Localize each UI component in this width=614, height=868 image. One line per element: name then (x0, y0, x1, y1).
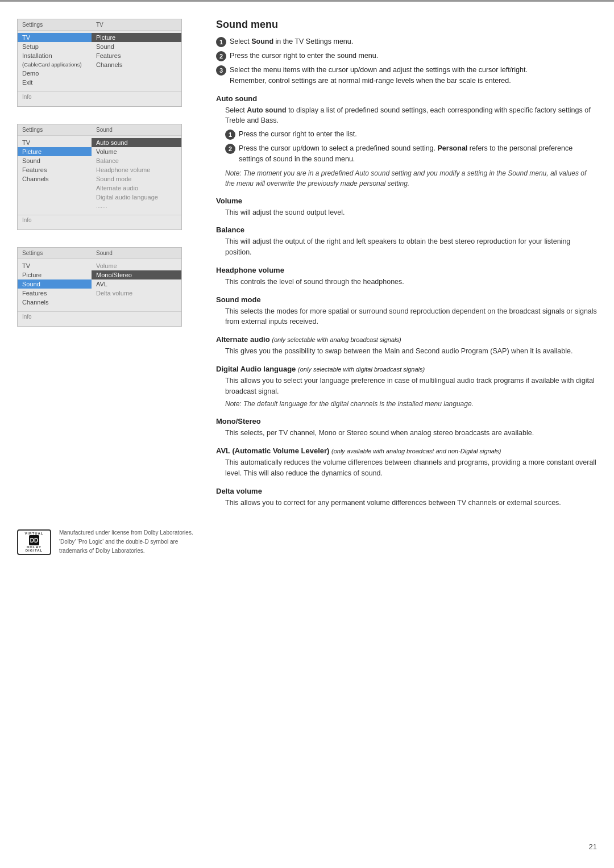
step-1: 1 Select Sound in the TV Settings menu. (216, 36, 597, 47)
right-menu-picture[interactable]: Picture (92, 33, 181, 42)
deltavolume-section: Delta volume This allows you to correct … (216, 487, 597, 508)
auto-sound-title: Auto sound (216, 94, 597, 103)
step-1-bold: Sound (251, 37, 273, 45)
tv-ui-box2-rows: TV Picture Sound Features Channels Auto … (18, 136, 181, 212)
box2-right-soundmode[interactable]: Sound mode (92, 174, 181, 183)
avl-qualifier: (only available with analog broadcast an… (331, 448, 501, 454)
box3-right-monostereo[interactable]: Mono/Stereo (92, 270, 181, 279)
box1-info: Info (18, 91, 181, 102)
altaudio-body: This gives you the possibility to swap b… (216, 346, 597, 357)
box2-right-altaudio[interactable]: Alternate audio (92, 183, 181, 193)
auto-step-2-text: Press the cursor up/down to select a pre… (239, 143, 597, 165)
box3-menu-features[interactable]: Features (18, 289, 92, 298)
auto-sound-body: Select Auto sound to display a list of p… (216, 105, 597, 127)
step-3-text: Select the menu items with the cursor up… (230, 65, 597, 86)
balance-section: Balance This will adjust the output of t… (216, 226, 597, 258)
digitalaudio-body: This allows you to select your language … (216, 375, 597, 397)
tv-ui-box2-header: Settings Sound (18, 124, 181, 136)
footer-line-2: 'Dolby' 'Pro Logic' and the double-D sym… (59, 537, 193, 546)
tv-ui-box-3: Settings Sound TV Picture Sound Features… (17, 247, 182, 327)
auto-step-2-circle: 2 (225, 144, 235, 154)
tv-ui-box1-rows: TV Setup Installation (CableCard applica… (18, 31, 181, 89)
box2-right-dots: ....... (92, 202, 181, 210)
altaudio-title-bold: Alternate audio (216, 335, 270, 344)
box3-menu-channels[interactable]: Channels (18, 298, 92, 307)
page-content: Settings TV TV Setup Installation (Cable… (0, 2, 614, 511)
right-menu-sound[interactable]: Sound (92, 42, 181, 51)
box1-col-tv: TV (96, 22, 177, 28)
box2-menu-tv[interactable]: TV (18, 138, 92, 147)
box3-right-volume[interactable]: Volume (92, 261, 181, 270)
balance-title: Balance (216, 226, 597, 234)
avl-section: AVL (Automatic Volume Leveler) (only ava… (216, 446, 597, 479)
box2-menu-picture[interactable]: Picture (18, 147, 92, 156)
auto-sound-bold: Auto sound (247, 106, 286, 114)
auto-step-2: 2 Press the cursor up/down to select a p… (216, 143, 597, 165)
box2-right-digitalaudio[interactable]: Digital audio language (92, 193, 181, 202)
auto-step-1-text: Press the cursor right to enter the list… (239, 129, 597, 140)
volume-body: This will adjust the sound output level. (216, 207, 597, 218)
box1-right-menu: Picture Sound Features Channels (92, 31, 181, 89)
box2-menu-features[interactable]: Features (18, 165, 92, 174)
menu-item-cablecard[interactable]: (CableCard applications) (18, 60, 92, 69)
digitalaudio-qualifier: (only selectable with digital broadcast … (298, 366, 425, 373)
headphone-body: This controls the level of sound through… (216, 277, 597, 287)
altaudio-section: Alternate audio (only selectable with an… (216, 335, 597, 357)
page-number: 21 (589, 842, 597, 851)
menu-item-demo[interactable]: Demo (18, 69, 92, 78)
box3-menu-tv[interactable]: TV (18, 261, 92, 270)
box2-right-volume[interactable]: Volume (92, 147, 181, 156)
tv-ui-box3-header: Settings Sound (18, 248, 181, 259)
menu-item-exit[interactable]: Exit (18, 78, 92, 87)
box3-right-deltavolume[interactable]: Delta volume (92, 289, 181, 298)
step-2: 2 Press the cursor right to enter the so… (216, 51, 597, 61)
box2-right-menu: Auto sound Volume Balance Headphone volu… (92, 136, 181, 212)
box3-right-avl[interactable]: AVL (92, 279, 181, 289)
menu-item-setup[interactable]: Setup (18, 42, 92, 51)
right-menu-features[interactable]: Features (92, 51, 181, 60)
step-1-circle: 1 (216, 37, 226, 47)
right-menu-channels[interactable]: Channels (92, 60, 181, 69)
tv-ui-box-2: Settings Sound TV Picture Sound Features… (17, 124, 182, 230)
box2-menu-sound[interactable]: Sound (18, 156, 92, 165)
box2-right-autosound[interactable]: Auto sound (92, 138, 181, 147)
box2-right-balance[interactable]: Balance (92, 156, 181, 165)
box3-col-sound: Sound (96, 250, 177, 256)
box1-left-menu: TV Setup Installation (CableCard applica… (18, 31, 92, 89)
altaudio-qualifier: (only selectable with analog broadcast s… (272, 336, 401, 343)
right-column: Sound menu 1 Select Sound in the TV Sett… (210, 19, 597, 511)
auto-sound-note: Note: The moment you are in a predefined… (216, 168, 597, 189)
step-2-text: Press the cursor right to enter the soun… (230, 51, 597, 61)
footer-line-3: trademarks of Dolby Laboratories. (59, 546, 193, 556)
page-footer: VIRTUAL DD DOLBY DIGITAL Manufactured un… (0, 517, 614, 561)
menu-item-tv[interactable]: TV (18, 33, 92, 42)
menu-item-installation[interactable]: Installation (18, 51, 92, 60)
step-3-circle: 3 (216, 65, 226, 76)
box3-menu-sound[interactable]: Sound (18, 279, 92, 289)
volume-section: Volume This will adjust the sound output… (216, 197, 597, 218)
deltavolume-title: Delta volume (216, 487, 597, 495)
personal-bold: Personal (438, 144, 468, 152)
balance-body: This will adjust the output of the right… (216, 236, 597, 258)
box3-menu-picture[interactable]: Picture (18, 270, 92, 279)
avl-title: AVL (Automatic Volume Leveler) (only ava… (216, 446, 597, 455)
monostereo-title: Mono/Stereo (216, 417, 597, 425)
digitalaudio-section: Digital Audio language (only selectable … (216, 365, 597, 410)
tv-ui-box-1: Settings TV TV Setup Installation (Cable… (17, 19, 182, 107)
monostereo-section: Mono/Stereo This selects, per TV channel… (216, 417, 597, 439)
box2-menu-channels[interactable]: Channels (18, 174, 92, 183)
avl-body: This automatically reduces the volume di… (216, 457, 597, 479)
dolby-logo: VIRTUAL DD DOLBY DIGITAL (17, 529, 51, 555)
box3-info: Info (18, 311, 181, 322)
soundmode-section: Sound mode This selects the modes for mo… (216, 295, 597, 328)
avl-title-bold: AVL (Automatic Volume Leveler) (216, 446, 329, 455)
altaudio-title: Alternate audio (only selectable with an… (216, 335, 597, 344)
auto-step-1-circle: 1 (225, 130, 235, 140)
box2-right-headphone[interactable]: Headphone volume (92, 165, 181, 174)
footer-text: Manufactured under license from Dolby La… (59, 528, 193, 556)
box1-col-settings: Settings (22, 22, 96, 28)
auto-step-1: 1 Press the cursor right to enter the li… (216, 129, 597, 140)
soundmode-title: Sound mode (216, 295, 597, 304)
digitalaudio-title: Digital Audio language (only selectable … (216, 365, 597, 373)
headphone-section: Headphone volume This controls the level… (216, 266, 597, 287)
